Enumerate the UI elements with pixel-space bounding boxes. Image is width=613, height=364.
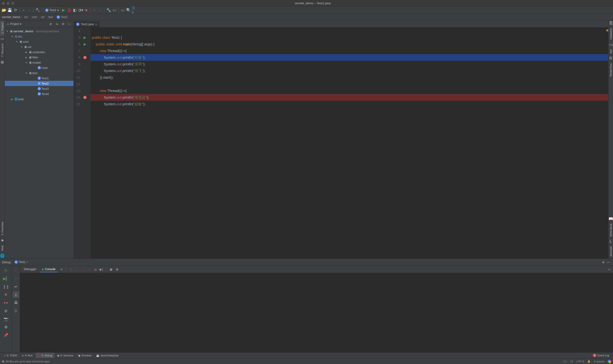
tree-root[interactable]: ▼▣servlet_demo ~/workspace/idea/: [5, 28, 73, 34]
run-to-cursor-icon[interactable]: ▶│: [99, 267, 104, 272]
trace-icon[interactable]: ⊞: [114, 267, 120, 272]
rail-favorites[interactable]: 2: Favorites: [0, 220, 4, 237]
settings-icon[interactable]: ⚙: [3, 324, 9, 330]
hide-icon[interactable]: —: [606, 260, 611, 265]
clear-icon[interactable]: 🗑: [13, 308, 19, 314]
rail-web[interactable]: Web: [0, 243, 4, 253]
open-icon[interactable]: 📂: [1, 8, 7, 13]
save-icon[interactable]: 💾: [7, 8, 12, 13]
force-step-into-icon[interactable]: ↓: [81, 267, 86, 272]
debug-icon[interactable]: 🐞: [67, 8, 72, 13]
collapse-icon[interactable]: ⇲: [55, 22, 59, 26]
crumb-com[interactable]: com: [32, 15, 37, 19]
rail-restful[interactable]: RestfulTool: [609, 61, 613, 78]
pause-icon[interactable]: ❚❚: [3, 284, 9, 290]
crumb-class[interactable]: C Test1: [57, 15, 68, 19]
evaluate-icon[interactable]: ▦: [108, 267, 113, 272]
tab-todo[interactable]: ✓6: TODO: [2, 353, 19, 359]
tree-test3[interactable]: CTest3: [5, 86, 73, 91]
debug-config-tab[interactable]: C Test1 ×: [13, 260, 30, 265]
structure-link-icon[interactable]: ⊞: [0, 60, 4, 64]
crumb-project[interactable]: servlet_demo: [2, 15, 20, 19]
stop-icon[interactable]: ■: [84, 8, 89, 13]
tree-test1[interactable]: CTest1: [5, 76, 73, 81]
database-icon[interactable]: 🗄: [609, 21, 613, 25]
coverage-icon[interactable]: ◧: [72, 8, 78, 13]
settings-icon[interactable]: 🔧: [106, 8, 111, 13]
translate-icon[interactable]: 文A: [132, 8, 137, 13]
editor-tab-test1[interactable]: C Test1.java ×: [74, 21, 99, 27]
tool-windows-icon[interactable]: ▣: [2, 360, 4, 363]
tree-controller[interactable]: ▶▣controller: [5, 49, 73, 55]
breakpoint-icon[interactable]: [83, 56, 87, 59]
gear-icon[interactable]: ⚙: [61, 22, 65, 26]
build-icon[interactable]: 🔨: [35, 8, 41, 13]
zoom-icon[interactable]: [12, 2, 14, 5]
code-area[interactable]: public class Test1 { public static void …: [90, 27, 608, 259]
tab-console[interactable]: ▶ Console: [40, 267, 58, 272]
run-gutter-icon[interactable]: ▶: [84, 42, 86, 46]
threads-icon[interactable]: ≡: [59, 267, 64, 272]
mute-breakpoints-icon[interactable]: ⊘: [3, 308, 9, 314]
tab-terminal[interactable]: ▣Terminal: [76, 353, 93, 359]
scroll-end-icon[interactable]: ⤓: [13, 292, 19, 298]
ant-icon[interactable]: 🐜: [609, 42, 613, 46]
leetcode-icon[interactable]: L: [609, 239, 613, 243]
tree-com[interactable]: ▼▣com: [5, 39, 73, 44]
tree-model[interactable]: ▼▣model: [5, 60, 73, 65]
tab-services[interactable]: ◉8: Services: [55, 353, 75, 359]
project-tree[interactable]: ▼▣servlet_demo ~/workspace/idea/ ▼▣src ▼…: [5, 27, 73, 259]
tree-test2[interactable]: CTest2: [5, 81, 73, 86]
run-icon[interactable]: ▶: [61, 8, 66, 13]
minimize-icon[interactable]: [7, 2, 10, 5]
readonly-icon[interactable]: 🔓: [587, 360, 591, 363]
tab-run[interactable]: ▶4: Run: [20, 353, 34, 359]
tree-web[interactable]: ▶🌐web: [5, 96, 73, 102]
globe-icon[interactable]: 🌐: [0, 254, 4, 258]
rail-database[interactable]: Database: [609, 26, 613, 42]
gutter-icons[interactable]: ▶▶: [82, 27, 90, 259]
tree-user[interactable]: CUser: [5, 65, 73, 70]
breakpoint-icon[interactable]: [83, 96, 87, 99]
rail-project[interactable]: 1: Project: [0, 20, 4, 36]
tab-debug[interactable]: 🐞5: Debug: [35, 353, 54, 359]
resume-icon[interactable]: ▶▎: [3, 275, 9, 282]
pin-icon[interactable]: 📌: [3, 332, 9, 338]
indent-info[interactable]: 4 spaces: [594, 360, 604, 363]
step-into-icon[interactable]: ↓: [74, 267, 80, 272]
back-icon[interactable]: ←: [21, 8, 27, 13]
caret-position[interactable]: 1:1: [563, 360, 567, 363]
layout-icon[interactable]: ▭: [606, 267, 612, 272]
step-over-icon[interactable]: ⤵: [68, 267, 73, 272]
tree-filter[interactable]: ▶▣filter: [5, 55, 73, 60]
drop-frame-icon[interactable]: ⏏: [93, 267, 98, 272]
close-tab-icon[interactable]: ×: [95, 23, 97, 26]
forward-icon[interactable]: →: [27, 8, 32, 13]
hide-icon[interactable]: —: [67, 22, 72, 26]
rail-structure[interactable]: 7: Structure: [0, 41, 4, 59]
breakpoints-icon[interactable]: ●●: [3, 299, 9, 306]
crumb-test[interactable]: test: [48, 15, 53, 19]
ide-status-icon[interactable]: [608, 360, 611, 363]
star-icon[interactable]: ★: [0, 239, 4, 242]
run-gutter-icon[interactable]: ▶: [84, 35, 86, 40]
step-out-icon[interactable]: ↑: [87, 267, 92, 272]
camera-icon[interactable]: 📷: [3, 316, 9, 322]
device-icon[interactable]: ▭: [120, 8, 125, 13]
refresh-icon[interactable]: ⟳: [13, 8, 18, 13]
gear-icon[interactable]: ⚙: [601, 260, 606, 265]
rail-wordbook[interactable]: Word Book: [609, 221, 613, 239]
run-config-selector[interactable]: C Test1 ▾: [43, 8, 60, 13]
error-stripe-marker[interactable]: [606, 29, 608, 31]
tab-event-log[interactable]: 3Event Log: [591, 353, 611, 359]
project-view-selector[interactable]: ▭Project▾: [7, 22, 47, 26]
up-icon[interactable]: ↑: [13, 267, 19, 273]
close-icon[interactable]: ×: [27, 260, 28, 264]
profile-icon[interactable]: ◔▾: [78, 8, 83, 13]
traffic-lights[interactable]: [2, 2, 14, 5]
line-separator[interactable]: LF: [570, 360, 573, 363]
project-structure-icon[interactable]: ▭: [112, 8, 117, 13]
commit-icon[interactable]: ✓: [92, 8, 97, 13]
code-editor[interactable]: 456789101112131415 ▶▶ public class Test1…: [74, 27, 608, 259]
search-icon[interactable]: 🔍: [126, 8, 131, 13]
